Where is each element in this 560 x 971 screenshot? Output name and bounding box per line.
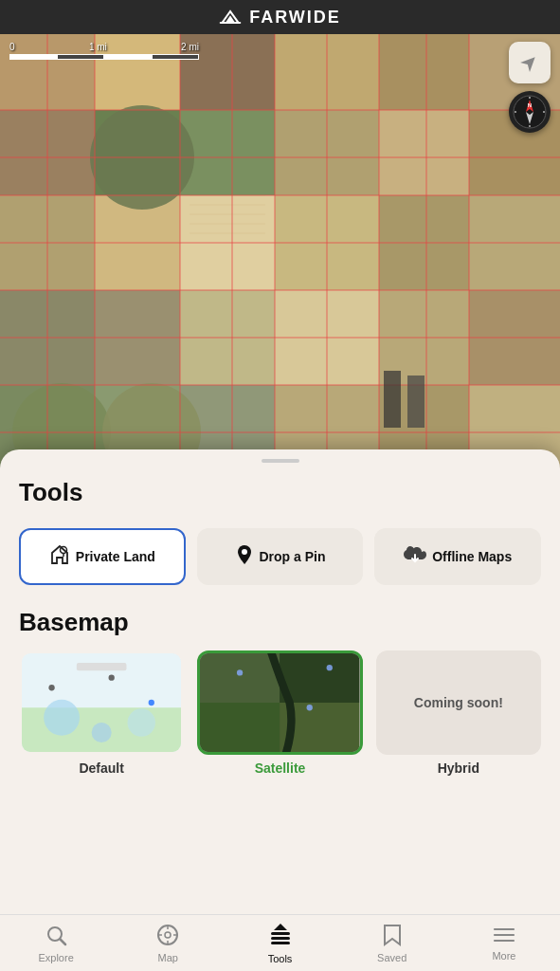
bottom-nav: Explore Map Tools	[0, 914, 560, 971]
nav-tools-label: Tools	[268, 953, 293, 964]
svg-text:N: N	[528, 102, 532, 108]
tools-section: Tools	[0, 463, 560, 528]
map-container[interactable]: 0 1 mi 2 mi N	[0, 34, 560, 489]
svg-rect-77	[77, 663, 127, 670]
scale-label-2mi: 2 mi	[181, 42, 199, 52]
drop-pin-icon	[235, 544, 254, 570]
basemap-section: Basemap	[0, 600, 560, 795]
svg-point-76	[149, 700, 154, 705]
nav-tools[interactable]: Tools	[224, 915, 335, 971]
svg-rect-94	[271, 932, 290, 935]
saved-icon	[382, 924, 403, 950]
location-arrow-icon	[520, 53, 539, 72]
basemap-default-label: Default	[79, 760, 123, 776]
svg-marker-96	[274, 924, 287, 930]
basemap-default-thumb	[19, 650, 184, 755]
offline-maps-icon	[404, 545, 426, 569]
svg-point-73	[128, 708, 155, 736]
nav-explore-label: Explore	[38, 952, 73, 963]
nav-saved-label: Saved	[377, 952, 406, 963]
drop-pin-label: Drop a Pin	[260, 549, 326, 564]
private-land-icon	[49, 544, 70, 570]
svg-point-84	[307, 705, 313, 710]
svg-rect-12	[379, 110, 469, 195]
svg-point-68	[242, 549, 247, 555]
svg-point-89	[165, 932, 171, 938]
scale-label-1mi: 1 mi	[89, 42, 107, 52]
explore-icon	[45, 924, 67, 950]
scale-label-0: 0	[9, 42, 15, 52]
scale-bar: 0 1 mi 2 mi	[9, 42, 199, 60]
tools-title: Tools	[19, 478, 541, 507]
svg-rect-6	[379, 34, 469, 110]
coming-soon-text: Coming soon!	[414, 695, 503, 710]
nav-explore[interactable]: Explore	[0, 915, 112, 971]
svg-point-71	[44, 700, 80, 736]
location-button[interactable]	[509, 42, 551, 83]
nav-more-label: More	[492, 950, 515, 962]
nav-map-label: Map	[158, 952, 178, 963]
svg-point-85	[327, 665, 333, 670]
app-logo: FARWIDE	[219, 8, 341, 27]
nav-saved[interactable]: Saved	[336, 915, 448, 971]
drop-pin-button[interactable]: Drop a Pin	[197, 528, 364, 585]
offline-maps-label: Offline Maps	[432, 549, 512, 564]
svg-line-87	[61, 939, 66, 944]
svg-point-83	[237, 669, 243, 675]
svg-rect-81	[200, 703, 280, 752]
basemap-hybrid-label: Hybrid	[438, 760, 479, 776]
map-nav-icon	[156, 924, 179, 950]
bottom-panel: Tools Private Land Drop a Pin	[0, 449, 560, 914]
svg-rect-95	[271, 937, 290, 940]
svg-rect-80	[280, 653, 359, 703]
private-land-button[interactable]: Private Land	[19, 528, 186, 585]
more-icon	[493, 925, 515, 948]
compass-icon: N	[513, 95, 547, 129]
basemap-title: Basemap	[19, 608, 541, 637]
tools-nav-icon	[268, 923, 293, 951]
svg-point-72	[92, 723, 112, 742]
map-controls: N	[509, 42, 551, 133]
basemap-satellite[interactable]: Satellite	[197, 650, 362, 776]
logo-icon	[219, 8, 242, 27]
basemap-hybrid-thumb: Coming soon!	[376, 650, 541, 755]
svg-rect-79	[200, 653, 280, 703]
svg-point-74	[48, 685, 54, 690]
basemap-default[interactable]: Default	[19, 650, 184, 776]
map-background	[0, 34, 560, 489]
tools-row: Private Land Drop a Pin Offline Maps	[0, 528, 560, 600]
svg-rect-52	[384, 371, 401, 428]
private-land-label: Private Land	[76, 549, 155, 564]
svg-rect-10	[180, 110, 275, 195]
basemap-hybrid[interactable]: Coming soon! Hybrid	[376, 650, 541, 776]
basemap-row: Default	[19, 650, 541, 776]
nav-map[interactable]: Map	[112, 915, 224, 971]
svg-rect-97	[271, 942, 290, 944]
svg-point-75	[109, 675, 115, 681]
app-header: FARWIDE	[0, 0, 560, 34]
scale-ruler	[9, 54, 199, 60]
compass-button[interactable]: N	[509, 91, 551, 133]
basemap-satellite-label: Satellite	[255, 760, 306, 776]
svg-rect-53	[407, 376, 425, 428]
nav-more[interactable]: More	[448, 915, 560, 971]
app-title: FARWIDE	[249, 8, 341, 27]
basemap-satellite-thumb	[197, 650, 362, 755]
offline-maps-button[interactable]: Offline Maps	[374, 528, 541, 585]
